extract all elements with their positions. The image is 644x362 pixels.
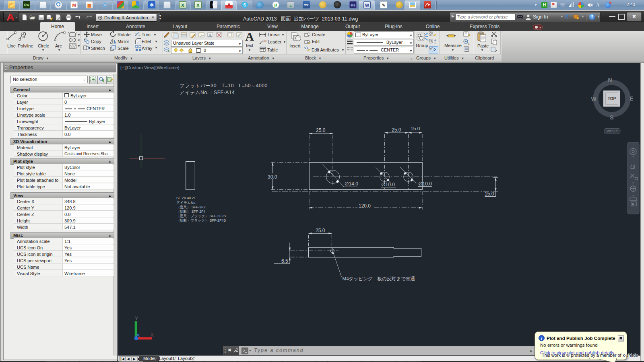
svg-text:▼: ▼ <box>632 195 634 197</box>
svg-text:6.5: 6.5 <box>281 258 288 264</box>
svg-text:（定尺） SFF-2F2: （定尺） SFF-2F2 <box>176 205 205 209</box>
svg-text:（切断・ブラック） SFF-2F4B: （切断・ブラック） SFF-2F4B <box>176 218 226 222</box>
svg-text:E: E <box>630 95 633 102</box>
svg-text:アイテムNo.：SFF-A14: アイテムNo.：SFF-A14 <box>180 90 235 95</box>
svg-text:▼: ▼ <box>632 156 634 158</box>
svg-text:TOP: TOP <box>608 97 616 101</box>
svg-text:25.0: 25.0 <box>392 127 401 133</box>
svg-text:フラットバー30 T=10 L=50～4000: フラットバー30 T=10 L=50～4000 <box>180 83 268 88</box>
svg-text:25.0: 25.0 <box>316 228 325 233</box>
svg-text:15.0: 15.0 <box>411 126 420 132</box>
svg-text:Y: Y <box>135 316 138 321</box>
svg-text:SF-20.40.2F: SF-20.40.2F <box>176 196 196 200</box>
svg-text:（切断） SFF-2F4: （切断） SFF-2F4 <box>176 210 205 214</box>
svg-text:25.0: 25.0 <box>316 128 326 133</box>
svg-text:アイテムNo.: アイテムNo. <box>176 201 196 205</box>
svg-text:（定尺・ブラック） SFF-2F2B: （定尺・ブラック） SFF-2F2B <box>176 214 226 218</box>
svg-text:[−][Custom View][Wireframe]: [−][Custom View][Wireframe] <box>120 65 179 70</box>
svg-text:S: S <box>610 114 613 121</box>
svg-text:N: N <box>608 77 612 83</box>
svg-text:W: W <box>591 96 597 102</box>
svg-text:∅14.0: ∅14.0 <box>345 181 358 187</box>
svg-text:120.0: 120.0 <box>359 203 371 209</box>
svg-text:M4タッピング 板の反対まで貫通: M4タッピング 板の反対まで貫通 <box>343 276 415 282</box>
svg-text:X: X <box>151 332 154 338</box>
svg-text:∅10.0: ∅10.0 <box>381 182 395 187</box>
svg-text:▼: ▼ <box>632 182 634 184</box>
svg-text:WCS: WCS <box>607 129 615 133</box>
svg-text:30.0: 30.0 <box>268 174 277 180</box>
svg-text:∅10.0: ∅10.0 <box>418 181 432 187</box>
svg-text:15.0: 15.0 <box>485 191 494 197</box>
